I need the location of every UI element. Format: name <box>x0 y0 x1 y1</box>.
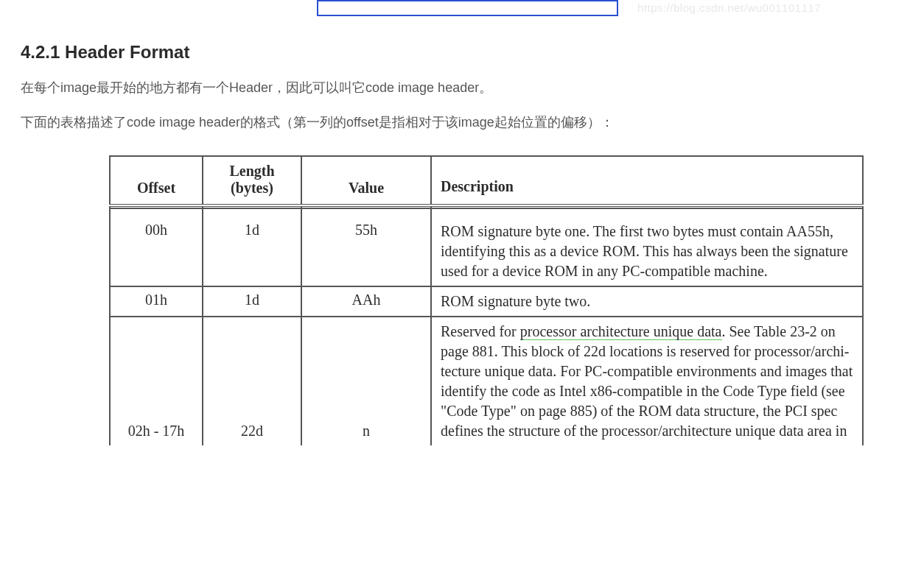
watermark-text: https://blog.csdn.net/wu001101117 <box>637 1 821 14</box>
cell-description: ROM signature byte two. <box>431 286 863 317</box>
table-row: 02h - 17h 22d n Reserved for processor a… <box>110 317 863 445</box>
cell-description: ROM signature byte one. The first two by… <box>431 205 863 286</box>
cell-offset: 02h - 17h <box>110 317 203 445</box>
col-header-value: Value <box>301 156 431 205</box>
table-header-row: Offset Length (bytes) Value Description <box>110 156 863 205</box>
cell-value: 55h <box>301 205 431 286</box>
col-header-length: Length (bytes) <box>203 156 301 205</box>
cell-value: n <box>301 317 431 445</box>
section-heading: 4.2.1 Header Format <box>21 42 924 63</box>
underlined-text: processor architecture unique data <box>520 323 722 340</box>
cell-length: 22d <box>203 317 301 445</box>
table-row: 00h 1d 55h ROM signature byte one. The f… <box>110 205 863 286</box>
cell-length: 1d <box>203 205 301 286</box>
header-format-table: Offset Length (bytes) Value Description … <box>109 155 864 445</box>
paragraph-2: 下面的表格描述了code image header的格式（第一列的offset是… <box>21 112 924 133</box>
cell-description: Reserved for processor architecture uniq… <box>431 317 863 445</box>
cell-length: 1d <box>203 286 301 317</box>
cell-value: AAh <box>301 286 431 317</box>
top-box-border <box>317 0 618 16</box>
paragraph-1: 在每个image最开始的地方都有一个Header，因此可以叫它code imag… <box>21 77 924 99</box>
table-row: 01h 1d AAh ROM signature byte two. <box>110 286 863 317</box>
col-header-description: Description <box>431 156 863 205</box>
cell-offset: 00h <box>110 205 203 286</box>
cell-offset: 01h <box>110 286 203 317</box>
col-header-offset: Offset <box>110 156 203 205</box>
